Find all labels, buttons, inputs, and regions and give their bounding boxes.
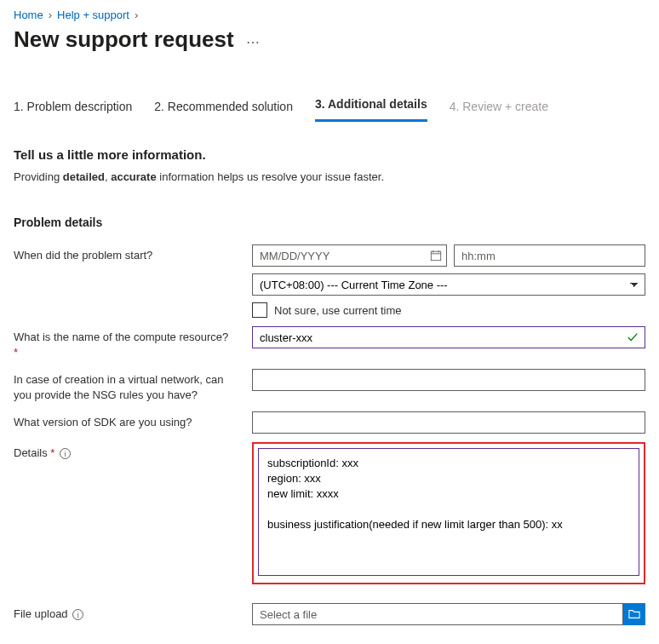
page-title: New support request	[14, 26, 234, 53]
file-select-input[interactable]	[252, 603, 623, 625]
info-icon[interactable]: i	[72, 609, 83, 620]
not-sure-label: Not sure, use current time	[274, 304, 402, 317]
problem-date-input[interactable]	[252, 244, 447, 267]
nsg-rules-input[interactable]	[252, 369, 645, 391]
checkmark-icon	[627, 331, 639, 343]
label-nsg-rules: In case of creation in a virtual network…	[14, 369, 252, 403]
problem-time-input[interactable]	[454, 244, 645, 267]
details-highlight-box	[252, 442, 645, 584]
label-when: When did the problem start?	[14, 244, 252, 263]
label-details: Details * i	[14, 442, 252, 461]
not-sure-checkbox-row[interactable]: Not sure, use current time	[252, 302, 645, 318]
file-browse-button[interactable]	[623, 603, 645, 625]
label-sdk-version: What version of SDK are you using?	[14, 411, 252, 430]
problem-details-header: Problem details	[14, 216, 645, 229]
timezone-select[interactable]: (UTC+08:00) --- Current Time Zone ---	[252, 273, 645, 296]
breadcrumb-help-support[interactable]: Help + support	[57, 9, 129, 21]
breadcrumb-home[interactable]: Home	[14, 9, 43, 21]
field-nsg-rules: In case of creation in a virtual network…	[14, 369, 645, 403]
more-actions-button[interactable]: ⋯	[246, 29, 260, 50]
section-subtext: Providing detailed, accurate information…	[14, 170, 645, 183]
not-sure-checkbox[interactable]	[252, 302, 267, 318]
wizard-tabs: 1. Problem description 2. Recommended so…	[14, 92, 645, 122]
required-indicator: *	[50, 446, 54, 459]
folder-icon	[628, 608, 640, 620]
field-compute-name: What is the name of the compute resource…	[14, 326, 645, 360]
chevron-right-icon: ›	[135, 9, 138, 21]
field-details: Details * i	[14, 442, 645, 584]
label-file-upload: File upload i	[14, 603, 252, 622]
breadcrumb: Home › Help + support ›	[14, 9, 645, 21]
chevron-right-icon: ›	[49, 9, 52, 21]
sdk-version-input[interactable]	[252, 411, 645, 434]
required-indicator: *	[14, 346, 18, 359]
section-lead: Tell us a little more information.	[14, 147, 645, 162]
tab-review-create: 4. Review + create	[450, 95, 548, 122]
details-textarea[interactable]	[258, 448, 639, 576]
compute-name-input[interactable]	[252, 326, 645, 348]
field-sdk-version: What version of SDK are you using?	[14, 411, 645, 434]
tab-problem-description[interactable]: 1. Problem description	[14, 95, 132, 122]
tab-additional-details[interactable]: 3. Additional details	[315, 92, 427, 122]
field-when: When did the problem start? (UTC+0	[14, 244, 645, 318]
info-icon[interactable]: i	[60, 448, 71, 459]
label-compute-name: What is the name of the compute resource…	[14, 326, 252, 360]
tab-recommended-solution[interactable]: 2. Recommended solution	[154, 95, 293, 122]
field-file-upload: File upload i	[14, 603, 645, 625]
